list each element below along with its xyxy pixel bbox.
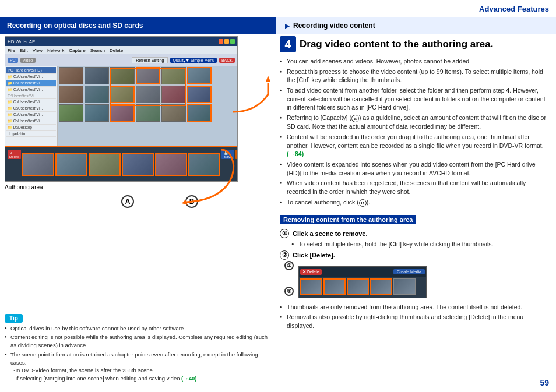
link-40[interactable]: (→40) [181, 375, 196, 382]
small-screenshot-container: ✕ Delete Create Media ② ① [289, 264, 427, 301]
label-a: A [121, 195, 134, 208]
tip-item-3: The scene point information is retained … [5, 351, 270, 383]
bullet-item: You can add scenes and videos. However, … [280, 57, 548, 66]
authoring-area-label: Authoring area [5, 184, 267, 190]
label-b: B [185, 195, 198, 208]
page-number: 59 [540, 378, 549, 387]
tip-item-1: Optical drives in use by this software c… [5, 324, 270, 333]
remove-step1-sub: To select multiple items, hold the [Ctrl… [291, 240, 548, 249]
ss-circle-2: ② [284, 261, 294, 270]
bullet-item: Content will be recorded in the order yo… [280, 133, 548, 158]
step-circle-1: ① [280, 229, 289, 238]
bullet-item: Referring to [Capacity] (a) as a guideli… [280, 114, 548, 131]
remove-note-2: Removal is also possible by right-clicki… [280, 313, 548, 330]
section-header-bar: Recording on optical discs and SD cards … [0, 17, 556, 34]
remove-notes: Thumbnails are only removed from the aut… [280, 303, 548, 330]
removing-section: Removing content from the authoring area… [280, 210, 548, 330]
step-title: 4 Drag video content to the authoring ar… [280, 36, 548, 52]
ss-circle-1: ① [284, 287, 294, 296]
small-screenshot: ✕ Delete Create Media [298, 266, 427, 298]
remove-note-1: Thumbnails are only removed from the aut… [280, 303, 548, 312]
tip-content: Optical drives in use by this software c… [5, 324, 270, 383]
remove-step1: ① Click a scene to remove. To select mul… [280, 229, 548, 249]
step-number: 4 [280, 36, 296, 52]
section-header-left: Recording on optical discs and SD cards [0, 17, 274, 34]
sw-titlebar: HD Writer AE [5, 37, 237, 46]
tip-item-2: Content editing is not possible while th… [5, 333, 270, 349]
removing-section-header: Removing content from the authoring area [280, 215, 416, 224]
bullet-item: Repeat this process to choose the video … [280, 68, 548, 84]
bullet-item: To add video content from another folder… [280, 86, 548, 112]
remove-step2: ② Click [Delete]. [280, 250, 548, 260]
bullet-item: Video content is expanded into scenes wh… [280, 160, 548, 177]
tip-label: Tip [5, 314, 23, 323]
sw-toolbar: PC Video Refresh Setting Quality▼ Simple… [5, 54, 237, 66]
right-panel: 4 Drag video content to the authoring ar… [280, 36, 553, 332]
sw-menubar: FileEditViewNetworkCaptureSearchDelete [5, 46, 237, 54]
section-header-right: Recording video content [274, 17, 556, 34]
tip-box: Tip Optical drives in use by this softwa… [5, 314, 270, 384]
left-panel: HD Writer AE FileEditViewNetworkCaptureS… [5, 36, 267, 190]
page-header-title: Advanced Features [479, 5, 549, 13]
bullet-item: When video content has been registered, … [280, 179, 548, 196]
bullet-list: You can add scenes and videos. However, … [280, 57, 548, 207]
link-84[interactable]: (→84) [287, 150, 304, 157]
software-screenshot: HD Writer AE FileEditViewNetworkCaptureS… [5, 36, 238, 182]
bullet-item: To cancel authoring, click (B). [280, 198, 548, 207]
step-circle-2: ② [280, 250, 289, 260]
sw-authoring-area: ✕ Delete 💾 Save Create Media [5, 146, 237, 181]
